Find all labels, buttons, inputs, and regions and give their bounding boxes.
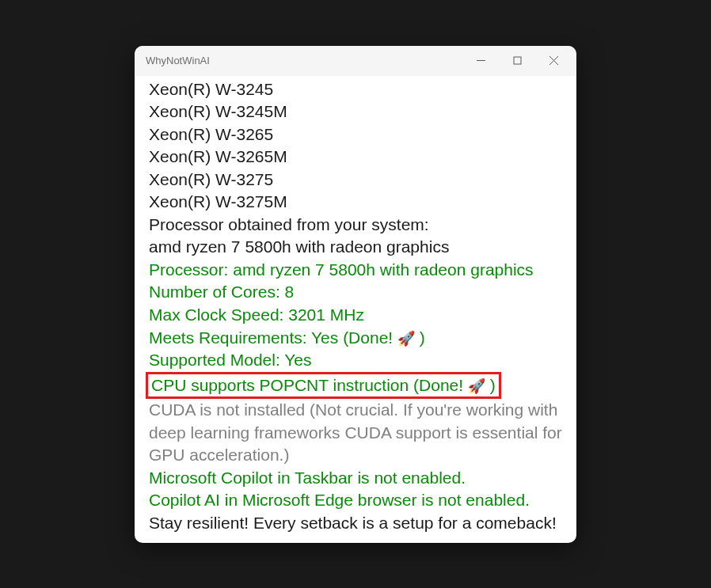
cores-result: Number of Cores: 8 bbox=[149, 281, 576, 304]
motivational-line: Stay resilient! Every setback is a setup… bbox=[149, 512, 576, 535]
copilot-edge-status: Copilot AI in Microsoft Edge browser is … bbox=[149, 489, 576, 512]
processor-obtained-label: Processor obtained from your system: bbox=[149, 214, 576, 237]
cpu-model-line: Xeon(R) W-3265 bbox=[149, 123, 576, 146]
minimize-button[interactable] bbox=[462, 48, 499, 74]
clock-result: Max Clock Speed: 3201 MHz bbox=[149, 304, 576, 327]
cpu-model-line: Xeon(R) W-3265M bbox=[149, 146, 576, 169]
svg-rect-1 bbox=[514, 57, 521, 64]
window-controls bbox=[462, 48, 572, 74]
rocket-icon: 🚀 bbox=[468, 378, 485, 394]
cpu-model-line: Xeon(R) W-3245M bbox=[149, 101, 576, 123]
maximize-icon bbox=[513, 56, 522, 65]
popcnt-result: CPU supports POPCNT instruction (Done! 🚀… bbox=[146, 372, 501, 400]
cpu-model-line: Xeon(R) W-3245 bbox=[149, 78, 576, 101]
meets-requirements-result: Meets Requirements: Yes (Done! 🚀 ) bbox=[149, 327, 576, 350]
app-window: WhyNotWinAI Xeon(R) W-3245 Xeon(R) W-324… bbox=[135, 46, 576, 543]
processor-result: Processor: amd ryzen 7 5800h with radeon… bbox=[149, 259, 576, 282]
copilot-taskbar-status: Microsoft Copilot in Taskbar is not enab… bbox=[149, 467, 576, 490]
content-wrapper: Xeon(R) W-3245 Xeon(R) W-3245M Xeon(R) W… bbox=[135, 76, 576, 543]
maximize-button[interactable] bbox=[499, 48, 535, 74]
rocket-icon: 🚀 bbox=[397, 331, 415, 347]
cpu-model-line: Xeon(R) W-3275M bbox=[149, 191, 576, 214]
processor-name-value: amd ryzen 7 5800h with radeon graphics bbox=[149, 236, 576, 259]
minimize-icon bbox=[477, 56, 485, 65]
supported-model-result: Supported Model: Yes bbox=[149, 349, 576, 372]
output-text-area[interactable]: Xeon(R) W-3245 Xeon(R) W-3245M Xeon(R) W… bbox=[135, 76, 576, 543]
close-icon bbox=[549, 56, 558, 65]
titlebar[interactable]: WhyNotWinAI bbox=[135, 46, 576, 76]
window-title: WhyNotWinAI bbox=[146, 55, 462, 66]
cpu-model-line: Xeon(R) W-3275 bbox=[149, 169, 576, 192]
cuda-status: CUDA is not installed (Not crucial. If y… bbox=[149, 399, 576, 467]
popcnt-highlight-row: CPU supports POPCNT instruction (Done! 🚀… bbox=[149, 372, 576, 400]
close-button[interactable] bbox=[535, 48, 572, 74]
